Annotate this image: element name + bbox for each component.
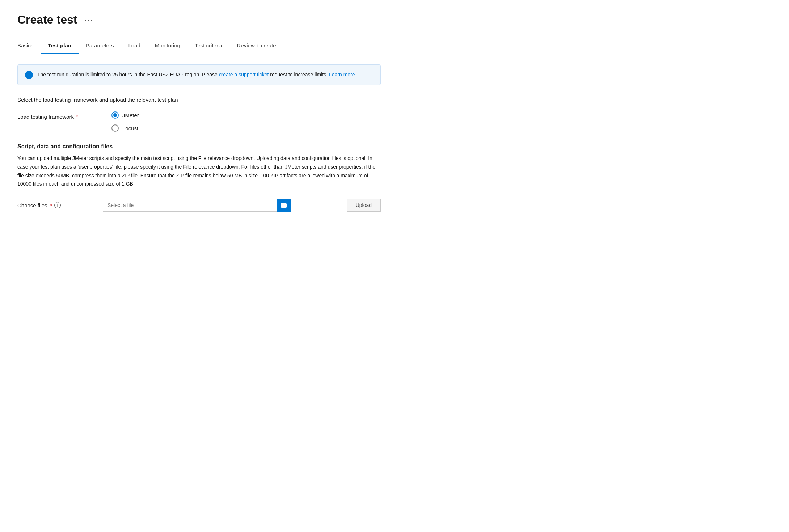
ellipsis-menu-button[interactable]: ··· [83,15,94,25]
framework-field-row: Load testing framework * JMeter Locust [17,111,381,132]
section-intro-text: Select the load testing framework and up… [17,97,381,103]
folder-icon [280,202,287,209]
framework-required-star: * [76,114,78,120]
framework-radio-group: JMeter Locust [111,111,139,132]
choose-files-label-text: Choose files [17,202,47,208]
tab-parameters[interactable]: Parameters [79,38,121,54]
radio-locust-label: Locust [122,125,138,131]
choose-files-label-col: Choose files * i [17,202,97,208]
info-banner: i The test run duration is limited to 25… [17,64,381,85]
choose-files-info-icon[interactable]: i [54,202,61,208]
tab-basics[interactable]: Basics [17,38,41,54]
info-banner-text-middle: request to increase limits. [269,72,329,77]
file-browse-button[interactable] [277,199,291,212]
radio-option-jmeter[interactable]: JMeter [111,111,139,119]
radio-jmeter-label: JMeter [122,112,139,118]
info-banner-text-before: The test run duration is limited to 25 h… [37,72,219,77]
tab-test-criteria[interactable]: Test criteria [187,38,230,54]
tab-review-create[interactable]: Review + create [230,38,283,54]
choose-files-row: Choose files * i Upload [17,199,381,212]
framework-field-label: Load testing framework * [17,111,97,120]
framework-label-text: Load testing framework [17,114,74,120]
info-icon: i [25,71,33,79]
script-section-description: You can upload multiple JMeter scripts a… [17,154,381,189]
tab-test-plan[interactable]: Test plan [41,38,79,54]
tab-monitoring[interactable]: Monitoring [148,38,187,54]
radio-jmeter-circle [111,111,119,119]
radio-option-locust[interactable]: Locust [111,124,139,132]
script-section-title: Script, data and configuration files [17,143,381,150]
radio-locust-circle [111,124,119,132]
file-select-input[interactable] [103,199,277,212]
upload-button[interactable]: Upload [347,199,381,212]
create-support-ticket-link[interactable]: create a support ticket [219,72,269,77]
file-input-wrapper [103,199,341,212]
info-banner-text: The test run duration is limited to 25 h… [37,71,355,79]
tab-load[interactable]: Load [121,38,147,54]
learn-more-link[interactable]: Learn more [329,72,355,77]
tab-navigation: Basics Test plan Parameters Load Monitor… [17,38,381,54]
choose-files-required-star: * [50,202,52,208]
page-title: Create test [17,13,77,26]
